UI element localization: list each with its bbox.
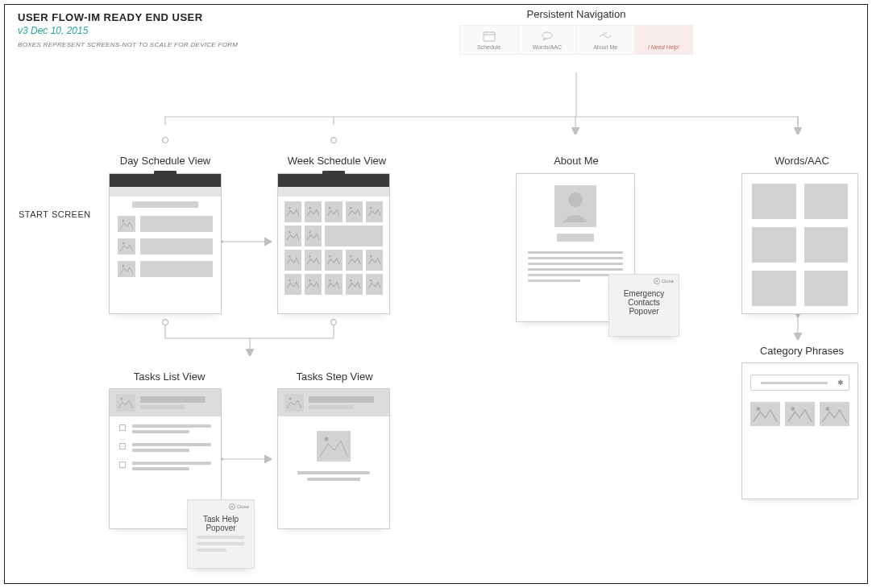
svg-point-30 — [309, 280, 311, 282]
screen-title-about: About Me — [540, 155, 612, 167]
grid-tile — [752, 184, 796, 219]
popover-emergency: ×Close Emergency Contacts Popover — [608, 274, 679, 337]
image-icon — [820, 402, 849, 426]
image-icon — [116, 394, 135, 412]
close-label: Close — [237, 504, 249, 509]
grid-tile — [752, 271, 796, 306]
image-icon — [785, 402, 815, 426]
svg-point-24 — [289, 255, 291, 258]
svg-point-34 — [568, 193, 583, 207]
screen-title-tasks-step: Tasks Step View — [286, 371, 383, 383]
svg-point-16 — [122, 265, 125, 267]
task-header — [110, 389, 221, 416]
popover-text: Contacts — [616, 298, 672, 307]
image-icon — [284, 201, 301, 222]
image-icon — [346, 250, 363, 271]
svg-point-20 — [350, 207, 352, 209]
nav-about: Hi! About Me — [577, 26, 635, 54]
screen-day — [109, 173, 222, 314]
wave-icon: Hi! — [598, 31, 612, 42]
popover-text: Popover — [194, 524, 247, 532]
popover-task-help: ×Close Task Help Popover — [187, 499, 255, 569]
image-icon — [366, 274, 383, 295]
checkbox-icon — [119, 424, 126, 431]
popover-text: Task Help — [194, 515, 247, 524]
calendar-icon — [482, 31, 496, 42]
screen-tasks-step — [277, 388, 390, 529]
subbar — [110, 187, 221, 197]
nav-label: I Need Help! — [648, 44, 679, 50]
svg-point-29 — [289, 280, 291, 282]
image-icon — [118, 216, 135, 232]
image-icon — [284, 250, 301, 271]
subbar — [278, 187, 389, 197]
svg-point-31 — [329, 280, 331, 282]
avatar-icon — [554, 185, 596, 227]
header-block: USER FLOW-IM READY END USER v3 Dec 10, 2… — [18, 11, 238, 48]
svg-point-25 — [309, 255, 311, 258]
persistent-nav: Persistent Navigation Schedule Words/AAC… — [459, 8, 693, 55]
close-icon: × — [654, 278, 660, 284]
task-header — [278, 389, 389, 416]
svg-point-19 — [329, 207, 331, 209]
gear-icon: ✱ — [837, 379, 844, 387]
image-icon — [325, 201, 342, 222]
checkbox-icon — [119, 443, 126, 449]
screen-title-words: Words/AAC — [766, 155, 838, 167]
nav-label: Words/AAC — [533, 44, 562, 50]
screen-category: ✱ — [741, 362, 858, 499]
grid-tile — [804, 184, 849, 219]
image-icon — [346, 274, 363, 295]
screen-title-category: Category Phrases — [754, 345, 850, 357]
popover-text: Popover — [616, 307, 672, 316]
svg-point-23 — [309, 231, 311, 234]
svg-point-39 — [289, 398, 292, 400]
grid-tile — [804, 271, 849, 306]
speech-icon — [540, 31, 554, 42]
image-icon — [305, 201, 322, 222]
svg-point-37 — [825, 407, 829, 411]
grid-tile — [804, 227, 849, 263]
screen-words — [741, 173, 858, 314]
image-icon — [750, 402, 780, 426]
close-button: ×Close — [654, 278, 674, 284]
image-icon — [325, 250, 342, 271]
doc-subtitle: v3 Dec 10, 2015 — [18, 25, 238, 36]
nav-label: About Me — [593, 44, 617, 50]
image-icon — [317, 431, 351, 462]
nav-schedule: Schedule — [460, 26, 518, 54]
svg-point-36 — [791, 407, 795, 411]
doc-note: BOXES REPRESENT SCREENS-NOT TO SCALE FOR… — [18, 41, 238, 48]
screen-title-tasks-list: Tasks List View — [121, 371, 218, 383]
image-icon — [366, 201, 383, 222]
persistent-nav-bar: Schedule Words/AAC Hi! About Me I Need H… — [459, 25, 693, 55]
help-icon — [656, 31, 671, 42]
svg-point-26 — [329, 255, 331, 258]
svg-point-21 — [370, 207, 372, 209]
svg-point-40 — [325, 437, 329, 441]
svg-point-28 — [370, 255, 372, 258]
image-icon — [118, 238, 135, 255]
image-icon — [118, 261, 135, 277]
start-node — [330, 137, 337, 143]
image-icon — [305, 274, 322, 295]
doc-title: USER FLOW-IM READY END USER — [18, 11, 238, 23]
start-node — [162, 137, 168, 143]
start-screen-label: START SCREEN — [19, 209, 91, 219]
svg-point-27 — [350, 255, 352, 258]
svg-point-18 — [309, 207, 311, 209]
image-icon — [284, 394, 304, 412]
screen-title-day: Day Schedule View — [113, 155, 218, 167]
svg-point-17 — [289, 207, 291, 209]
svg-point-22 — [289, 231, 291, 234]
image-icon — [346, 201, 363, 222]
svg-point-35 — [756, 407, 760, 411]
image-icon — [366, 250, 383, 271]
image-icon — [325, 226, 383, 246]
close-icon: × — [229, 503, 235, 510]
close-label: Close — [662, 279, 674, 284]
svg-point-38 — [121, 398, 123, 400]
checkbox-icon — [119, 462, 126, 468]
svg-rect-0 — [484, 32, 495, 41]
popover-text: Emergency — [616, 289, 672, 298]
